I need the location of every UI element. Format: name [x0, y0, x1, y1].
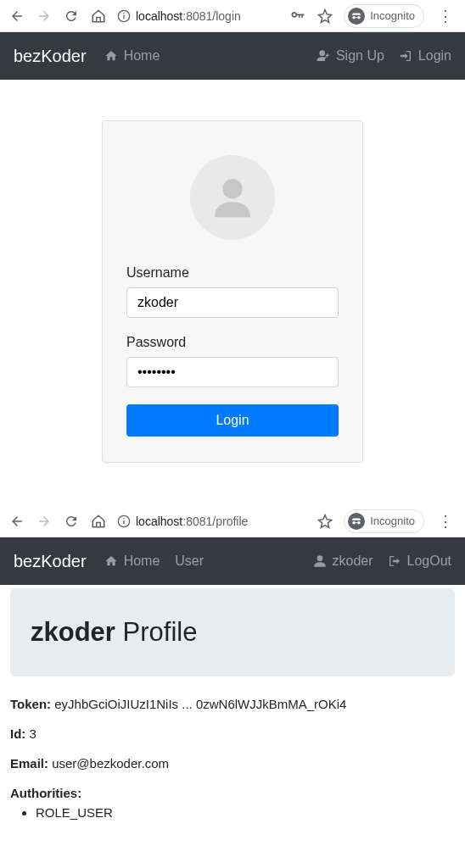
forward-button[interactable]: [36, 8, 53, 25]
id-value: 3: [30, 726, 36, 741]
arrow-left-icon: [9, 8, 25, 24]
url-port: :8081: [182, 515, 212, 528]
address-bar[interactable]: localhost:8081/profile: [117, 515, 306, 528]
login-card: Username Password Login: [102, 120, 363, 463]
star-button[interactable]: [317, 513, 333, 530]
svg-point-2: [222, 179, 242, 198]
nav-user[interactable]: User: [175, 554, 204, 569]
id-label: Id:: [10, 726, 25, 741]
reload-button[interactable]: [63, 8, 80, 25]
back-button[interactable]: [8, 8, 25, 25]
user-plus-icon: [316, 49, 331, 63]
user-icon: [313, 554, 327, 568]
profile-id-row: Id: 3: [10, 726, 455, 741]
profile-username: zkoder: [31, 617, 115, 647]
reload-button[interactable]: [63, 513, 80, 530]
incognito-label: Incognito: [370, 9, 415, 22]
nav-signup[interactable]: Sign Up: [316, 48, 384, 64]
password-input[interactable]: [126, 357, 339, 387]
profile-suffix: Profile: [115, 617, 197, 647]
nav-home-label: Home: [124, 48, 160, 64]
profile-token-row: Token: eyJhbGciOiJIUzI1NiIs ... 0zwN6lWJ…: [10, 697, 455, 711]
avatar-placeholder: [190, 155, 275, 240]
url-host: localhost: [136, 9, 182, 23]
home-icon: [91, 514, 106, 529]
address-bar[interactable]: localhost:8081/login: [117, 9, 279, 23]
url-path: /profile: [212, 515, 248, 528]
navbar-1: bezKoder Home Sign Up Login: [0, 32, 465, 80]
arrow-left-icon: [9, 514, 25, 529]
url-host: localhost: [136, 515, 182, 528]
token-value: eyJhbGciOiJIUzI1NiIs ... 0zwN6lWJJkBmMA_…: [54, 697, 346, 711]
back-button[interactable]: [8, 513, 25, 530]
incognito-badge: Incognito: [344, 4, 424, 28]
browser-menu[interactable]: ⋮: [434, 7, 457, 25]
nav-login[interactable]: Login: [398, 48, 451, 64]
authorities-list: ROLE_USER: [10, 805, 455, 820]
nav-profile-label: zkoder: [332, 554, 373, 569]
incognito-icon: [348, 513, 365, 530]
person-icon: [206, 171, 259, 224]
profile-body: Token: eyJhbGciOiJIUzI1NiIs ... 0zwN6lWJ…: [0, 676, 465, 855]
nav-home[interactable]: Home: [104, 554, 160, 569]
login-page: Username Password Login: [0, 80, 465, 488]
login-button[interactable]: Login: [126, 404, 339, 437]
key-icon: [289, 8, 306, 25]
email-label: Email:: [10, 756, 48, 771]
url-path: /login: [212, 9, 240, 23]
brand[interactable]: bezKoder: [14, 552, 87, 571]
star-icon: [317, 514, 333, 529]
home-icon: [91, 8, 106, 24]
email-value: user@bezkoder.com: [52, 756, 169, 771]
incognito-label: Incognito: [370, 515, 415, 527]
incognito-badge: Incognito: [344, 509, 424, 533]
svg-rect-4: [356, 522, 357, 523]
authority-item: ROLE_USER: [36, 805, 455, 820]
browser-menu[interactable]: ⋮: [434, 512, 457, 531]
star-icon: [317, 8, 333, 24]
key-icon[interactable]: [289, 8, 306, 25]
info-icon: [117, 515, 131, 528]
token-label: Token:: [10, 697, 51, 711]
profile-authorities: Authorities: ROLE_USER: [10, 786, 455, 820]
authorities-label: Authorities:: [10, 786, 81, 800]
profile-title: zkoder Profile: [31, 617, 434, 648]
home-icon: [104, 49, 119, 63]
arrow-right-icon: [36, 8, 52, 24]
password-label: Password: [126, 335, 339, 350]
nav-signup-label: Sign Up: [336, 48, 384, 64]
home-button[interactable]: [90, 8, 107, 25]
navbar-2: bezKoder Home User zkoder LogOut: [0, 537, 465, 585]
nav-logout[interactable]: LogOut: [387, 554, 451, 569]
home-button[interactable]: [90, 513, 107, 530]
brand[interactable]: bezKoder: [14, 47, 87, 66]
browser-toolbar-2: localhost:8081/profile Incognito ⋮: [0, 505, 465, 537]
username-label: Username: [126, 265, 339, 281]
reload-icon: [64, 514, 79, 529]
signin-icon: [398, 49, 413, 63]
nav-home[interactable]: Home: [104, 48, 160, 64]
url-port: :8081: [182, 9, 212, 23]
nav-user-label: User: [175, 554, 204, 569]
nav-logout-label: LogOut: [407, 554, 451, 569]
nav-home-label: Home: [124, 554, 160, 569]
incognito-icon: [348, 8, 365, 25]
star-button[interactable]: [317, 8, 333, 25]
profile-email-row: Email: user@bezkoder.com: [10, 756, 455, 771]
signout-icon: [387, 554, 402, 568]
svg-rect-1: [356, 17, 357, 18]
username-input[interactable]: [126, 287, 339, 318]
forward-button[interactable]: [36, 513, 53, 530]
info-icon: [117, 9, 131, 23]
screenshot-separator: [0, 488, 465, 505]
profile-jumbotron: zkoder Profile: [10, 588, 455, 676]
nav-login-label: Login: [418, 48, 451, 64]
nav-profile[interactable]: zkoder: [313, 554, 373, 569]
arrow-right-icon: [36, 514, 52, 529]
home-icon: [104, 554, 119, 568]
reload-icon: [64, 8, 79, 24]
browser-toolbar-1: localhost:8081/login Incognito ⋮: [0, 0, 465, 32]
